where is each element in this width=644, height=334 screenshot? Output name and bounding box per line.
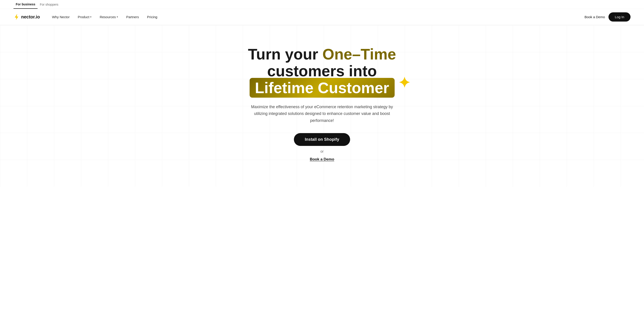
- top-bar: For business For shoppers: [0, 0, 644, 9]
- login-button[interactable]: Log In: [608, 12, 630, 21]
- resources-chevron-icon: ▾: [117, 15, 118, 18]
- nav-why-nector[interactable]: Why Nector: [49, 13, 73, 21]
- hero-subtitle: Maximize the effectiveness of your eComm…: [246, 104, 398, 124]
- install-shopify-button[interactable]: Install on Shopify: [294, 133, 350, 146]
- nav-pricing[interactable]: Pricing: [144, 13, 160, 21]
- nav-book-demo-link[interactable]: Book a Demo: [584, 15, 605, 19]
- nav-actions: Book a Demo Log In: [584, 12, 630, 21]
- hero-lifetime-phrase: Lifetime Customer ✦: [250, 79, 395, 96]
- top-bar-for-shoppers[interactable]: For shoppers: [38, 0, 60, 9]
- nav-partners[interactable]: Partners: [123, 13, 142, 21]
- nav-links: Why Nector Product ▾ Resources ▾ Partner…: [49, 13, 584, 21]
- logo-bolt-icon: [14, 14, 19, 20]
- product-chevron-icon: ▾: [90, 15, 92, 18]
- nav-resources[interactable]: Resources ▾: [96, 13, 121, 21]
- hero-highlight-text: One–Time: [322, 46, 396, 63]
- or-divider: or: [320, 150, 324, 154]
- hero-content: Turn your One–Time customers into Lifeti…: [246, 46, 398, 162]
- nav-product[interactable]: Product ▾: [75, 13, 95, 21]
- navbar: nector.io Why Nector Product ▾ Resources…: [0, 9, 644, 25]
- sparkle-icon: ✦: [398, 75, 410, 91]
- hero-title: Turn your One–Time customers into Lifeti…: [246, 46, 398, 96]
- hero-section: Turn your One–Time customers into Lifeti…: [0, 25, 644, 187]
- logo[interactable]: nector.io: [14, 14, 40, 20]
- top-bar-for-business[interactable]: For business: [14, 0, 38, 9]
- logo-text: nector.io: [21, 14, 40, 19]
- hero-book-demo-link[interactable]: Book a Demo: [310, 157, 334, 162]
- cta-section: Install on Shopify or Book a Demo: [246, 133, 398, 162]
